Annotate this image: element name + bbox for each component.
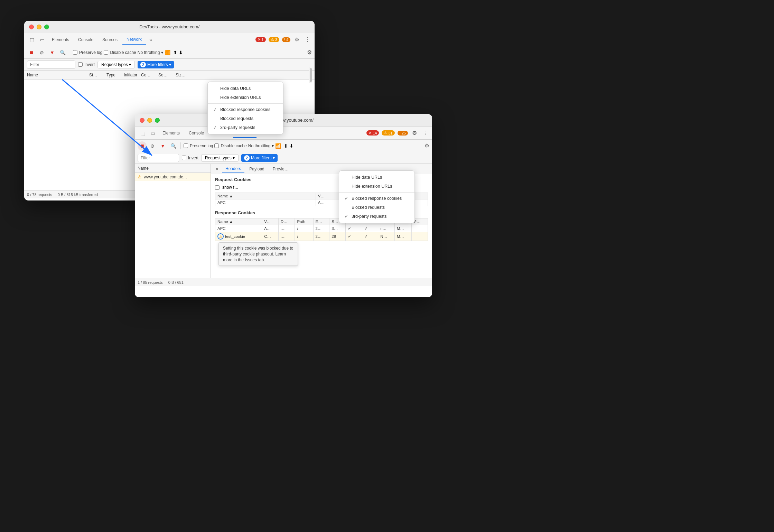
search-button-2[interactable]: 🔍 xyxy=(169,141,178,150)
tab-overflow-1[interactable]: » xyxy=(147,36,155,44)
close-button-2[interactable] xyxy=(140,118,144,123)
cookie-row-test[interactable]: ⚠ test_cookie C… .… / 2… 29 ✓ ✓ xyxy=(215,232,428,241)
tab-console-1[interactable]: Console xyxy=(74,35,97,44)
request-row-youtube[interactable]: ⚠ www.youtube.com;dc… xyxy=(135,173,211,181)
minimize-button-2[interactable] xyxy=(147,118,152,123)
table-header-1: Name St… Type Initiator Co… Se… Siz… xyxy=(24,71,315,80)
th-d-resp: D… xyxy=(278,218,295,225)
download-icon-1[interactable]: ⬇ xyxy=(179,50,183,55)
dropdown-sep-2 xyxy=(339,192,414,193)
clear-button-2[interactable]: ⊘ xyxy=(148,141,157,150)
dropdown-blocked-req-1[interactable]: Blocked requests xyxy=(208,114,283,123)
th-path-resp: Path xyxy=(295,218,313,225)
settings-icon-toolbar-1[interactable]: ⚙ xyxy=(307,49,312,56)
window-title-1: DevTools - www.youtube.com/ xyxy=(139,24,199,29)
more-icon-2[interactable]: ⋮ xyxy=(421,128,429,138)
dropdown-hide-data-1[interactable]: Hide data URLs xyxy=(208,84,283,93)
request-types-btn-1[interactable]: Request types ▾ xyxy=(97,61,135,68)
dropdown-blocked-req-2[interactable]: Blocked requests xyxy=(339,203,414,212)
cursor-icon-2[interactable]: ⬚ xyxy=(138,128,147,138)
disable-cache-label-1[interactable]: Disable cache xyxy=(104,50,136,55)
download-icon-2[interactable]: ⬇ xyxy=(289,143,293,149)
tab-sources-1[interactable]: Sources xyxy=(98,35,122,44)
upload-icon-1[interactable]: ⬆ xyxy=(173,50,177,55)
more-icon-1[interactable]: ⋮ xyxy=(304,35,312,44)
minimize-button-1[interactable] xyxy=(37,25,41,29)
devtools-window-2[interactable]: DevTools - www.youtube.com/ ⬚ ▭ Elements… xyxy=(135,114,432,297)
settings-icon-2[interactable]: ⚙ xyxy=(411,128,418,138)
preserve-log-label-1[interactable]: Preserve log xyxy=(73,50,102,55)
titlebar-2: DevTools - www.youtube.com/ xyxy=(135,114,432,127)
wifi-icon-1: 📶 xyxy=(165,50,170,55)
th-e-resp: E… xyxy=(313,218,329,225)
dropdown-third-party-2[interactable]: ✓ 3rd-party requests xyxy=(339,212,414,221)
preserve-log-checkbox-1[interactable] xyxy=(73,50,77,55)
dropdown-hide-ext-2[interactable]: Hide extension URLs xyxy=(339,182,414,191)
disable-cache-checkbox-2[interactable] xyxy=(214,143,219,148)
dropdown-blocked-cookies-2[interactable]: ✓ Blocked response cookies xyxy=(339,194,414,203)
dropdown-hide-data-2[interactable]: Hide data URLs xyxy=(339,173,414,182)
left-panel-2: Name ⚠ www.youtube.com;dc… xyxy=(135,164,211,278)
search-button-1[interactable]: 🔍 xyxy=(58,48,67,57)
disable-cache-checkbox-1[interactable] xyxy=(104,50,108,55)
badge-info-1: !4 xyxy=(282,37,290,42)
tab-console-2[interactable]: Console xyxy=(185,129,208,138)
stop-button-2[interactable]: ⏹ xyxy=(138,141,147,150)
close-button-1[interactable] xyxy=(29,25,34,29)
request-types-btn-2[interactable]: Request types ▾ xyxy=(201,154,239,162)
dropdown-menu-1: Hide data URLs Hide extension URLs ✓ Blo… xyxy=(207,82,283,134)
traffic-lights-2[interactable] xyxy=(140,118,160,123)
tab-payload[interactable]: Payload xyxy=(246,165,268,173)
devtools-tabs-2: ⬚ ▭ Elements Console Sources Network » ✕… xyxy=(135,127,432,140)
fullscreen-button-2[interactable] xyxy=(155,118,160,123)
tab-preview[interactable]: Previe… xyxy=(269,165,292,173)
dropdown-third-party-1[interactable]: ✓ 3rd-party requests xyxy=(208,123,283,132)
more-filters-btn-2[interactable]: 2 More filters ▾ xyxy=(241,154,278,162)
close-panel-btn[interactable]: × xyxy=(214,166,221,172)
tab-headers[interactable]: Headers xyxy=(222,165,244,173)
preserve-log-checkbox-2[interactable] xyxy=(184,143,188,148)
invert-label-2[interactable]: Invert xyxy=(182,156,198,160)
fullscreen-button-1[interactable] xyxy=(44,25,49,29)
badge-error-2: ✕14 xyxy=(366,130,379,136)
invert-checkbox-1[interactable] xyxy=(78,62,83,67)
tab-elements-1[interactable]: Elements xyxy=(48,35,73,44)
th-v-resp: V… xyxy=(262,218,279,225)
tab-elements-2[interactable]: Elements xyxy=(158,129,184,138)
dropdown-menu-2: Hide data URLs Hide extension URLs ✓ Blo… xyxy=(339,170,415,223)
invert-label-1[interactable]: Invert xyxy=(78,62,95,67)
device-icon[interactable]: ▭ xyxy=(37,35,47,45)
dropdown-blocked-cookies-1[interactable]: ✓ Blocked response cookies xyxy=(208,105,283,114)
stop-button-1[interactable]: ⏹ xyxy=(27,48,36,57)
filter-button-2[interactable]: ▼ xyxy=(158,141,167,150)
settings-icon-toolbar-2[interactable]: ⚙ xyxy=(425,142,429,149)
tab-network-1[interactable]: Network xyxy=(122,35,146,45)
filter-input-1[interactable] xyxy=(27,60,75,69)
separator-2 xyxy=(180,142,181,149)
titlebar-1: DevTools - www.youtube.com/ xyxy=(24,21,315,33)
more-filters-btn-1[interactable]: 2 More filters ▾ xyxy=(138,61,174,68)
preserve-log-label-2[interactable]: Preserve log xyxy=(184,143,213,148)
invert-checkbox-2[interactable] xyxy=(182,156,186,160)
cookie-name-apc-req: APC xyxy=(215,199,316,206)
badge-warning-1: ⚠3 xyxy=(269,37,279,42)
settings-icon-1[interactable]: ⚙ xyxy=(293,35,301,44)
throttle-select-2[interactable]: No throttling ▾ xyxy=(248,143,274,148)
filter-button-1[interactable]: ▼ xyxy=(48,48,57,57)
dropdown-sep-1 xyxy=(208,103,283,104)
filter-input-2[interactable] xyxy=(138,154,179,162)
clear-button-1[interactable]: ⊘ xyxy=(37,48,46,57)
disable-cache-label-2[interactable]: Disable cache xyxy=(214,143,246,148)
status-bar-2: 1 / 85 requests 0 B / 651 xyxy=(135,278,432,286)
warning-icon-row: ⚠ xyxy=(138,174,142,179)
devtools-tabs-1: ⬚ ▭ Elements Console Sources Network » ✕… xyxy=(24,33,315,46)
dropdown-hide-ext-1[interactable]: Hide extension URLs xyxy=(208,93,283,102)
cursor-icon[interactable]: ⬚ xyxy=(27,35,37,45)
traffic-lights-1[interactable] xyxy=(29,25,49,29)
upload-icon-2[interactable]: ⬆ xyxy=(284,143,288,149)
toolbar-1: ⏹ ⊘ ▼ 🔍 Preserve log Disable cache No th… xyxy=(24,46,315,59)
show-filter-checkbox[interactable] xyxy=(215,185,220,190)
throttle-select-1[interactable]: No throttling ▾ xyxy=(138,50,163,55)
device-icon-2[interactable]: ▭ xyxy=(148,128,158,138)
cookie-row-apc-resp[interactable]: APC A… .… / 2… 3… ✓ ✓ n… M… xyxy=(215,225,428,232)
